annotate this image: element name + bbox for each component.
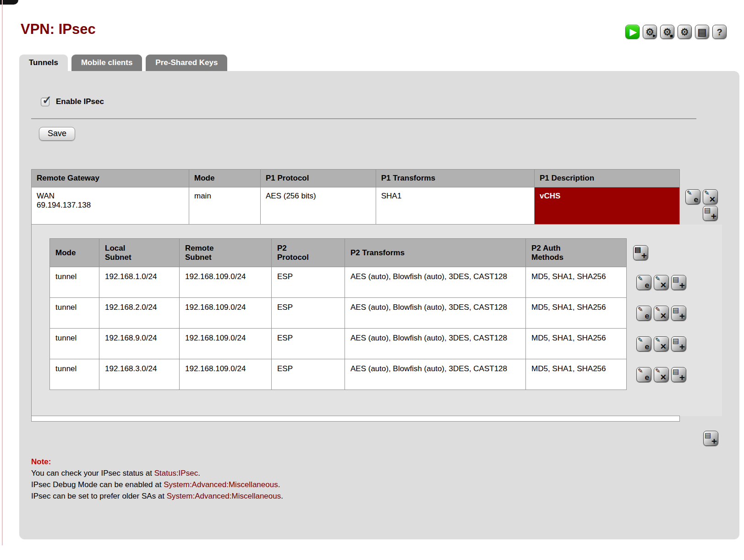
header-icons: ▶ ⚙ ▸ ⚙ ■ ⚙ ▤ ? xyxy=(625,25,727,39)
page-icon: ▤ xyxy=(705,431,711,439)
p1-transforms-cell: SHA1 xyxy=(376,187,535,225)
p2-transforms-cell: AES (auto), Blowfish (auto), 3DES, CAST1… xyxy=(345,267,526,298)
add-phase2-copy-icon[interactable]: ▤+ xyxy=(671,367,686,382)
col-p2-mode: Mode xyxy=(50,239,99,267)
pencil-icon: ✎ xyxy=(687,189,692,197)
phase2-header-actions: ▤ + xyxy=(627,239,695,267)
phase2-row: tunnel 192.168.1.0/24 192.168.109.0/24 E… xyxy=(50,267,695,298)
note-title: Note: xyxy=(31,456,739,467)
phase2-row-actions: ✎e✎✕▤+ xyxy=(627,359,695,390)
phase2-row: tunnel 192.168.3.0/24 192.168.109.0/24 E… xyxy=(50,359,695,390)
edit-phase2-icon[interactable]: ✎e xyxy=(636,275,651,290)
phase2-section-row: Mode Local Subnet Remote Subnet P2 Proto… xyxy=(32,225,722,416)
phase2-row: tunnel 192.168.9.0/24 192.168.109.0/24 E… xyxy=(50,329,695,359)
content-panel: ✓ Enable IPsec Save Remote Gateway Mode … xyxy=(19,71,739,539)
footer-actions xyxy=(680,416,722,422)
page-edge-line xyxy=(2,0,3,545)
p2-local-subnet-cell: 192.168.3.0/24 xyxy=(99,359,180,390)
col-local-subnet: Local Subnet xyxy=(99,239,180,267)
mode-cell: main xyxy=(189,187,261,225)
phase1-row: WAN 69.194.137.138 main AES (256 bits) S… xyxy=(32,187,722,225)
p2-mode-cell: tunnel xyxy=(50,267,99,298)
gateway-ip: 69.194.137.138 xyxy=(37,201,184,210)
p2-remote-subnet-cell: 192.168.109.0/24 xyxy=(180,329,272,359)
delete-phase2-icon[interactable]: ✎✕ xyxy=(654,367,669,382)
col-mode: Mode xyxy=(189,170,261,187)
delete-phase2-icon[interactable]: ✎✕ xyxy=(654,306,669,321)
page-icon: ▤ xyxy=(673,368,679,376)
tab-bar: Tunnels Mobile clients Pre-Shared Keys xyxy=(19,55,739,71)
pencil-icon: ✎ xyxy=(638,367,643,374)
log-icon[interactable]: ▤ xyxy=(695,25,709,39)
system-advanced-misc-link[interactable]: System:Advanced:Miscellaneous xyxy=(167,492,281,500)
phase2-row-actions: ✎e✎✕▤+ xyxy=(627,329,695,359)
p2-auth-methods-cell: MD5, SHA1, SHA256 xyxy=(526,298,627,329)
gateway-interface: WAN xyxy=(37,192,184,201)
page-icon: ▤ xyxy=(635,246,641,254)
phase1-table-footer-row xyxy=(32,416,722,422)
pencil-icon: ✎ xyxy=(638,336,643,344)
col-p2-transforms: P2 Transforms xyxy=(345,239,526,267)
p2-transforms-cell: AES (auto), Blowfish (auto), 3DES, CAST1… xyxy=(345,298,526,329)
p2-auth-methods-cell: MD5, SHA1, SHA256 xyxy=(526,359,627,390)
note-line: IPsec can be set to prefer older SAs at … xyxy=(31,490,739,502)
play-icon[interactable]: ▶ xyxy=(625,25,640,39)
pencil-icon: ✎ xyxy=(638,306,643,313)
col-p2-auth-methods: P2 Auth Methods xyxy=(526,239,627,267)
gear-stop-icon[interactable]: ⚙ ■ xyxy=(660,25,674,39)
add-phase1-row: ▤ + xyxy=(31,431,718,446)
p2-protocol-cell: ESP xyxy=(272,359,345,390)
page-icon: ▤ xyxy=(704,206,711,214)
gear-icon[interactable]: ⚙ xyxy=(678,25,692,39)
phase2-container: Mode Local Subnet Remote Subnet P2 Proto… xyxy=(32,225,722,416)
enable-ipsec-row: ✓ Enable IPsec xyxy=(41,96,739,107)
enable-ipsec-label: Enable IPsec xyxy=(56,97,104,106)
p2-auth-methods-cell: MD5, SHA1, SHA256 xyxy=(526,267,627,298)
add-phase2-entry-icon[interactable]: ▤ + xyxy=(633,245,648,260)
tab-pre-shared-keys[interactable]: Pre-Shared Keys xyxy=(146,55,227,71)
add-phase2-copy-icon[interactable]: ▤+ xyxy=(671,336,686,351)
note-line: IPsec Debug Mode can be enabled at Syste… xyxy=(31,479,739,490)
phase2-header-row: Mode Local Subnet Remote Subnet P2 Proto… xyxy=(50,239,695,267)
add-phase2-copy-icon[interactable]: ▤+ xyxy=(671,306,686,321)
phase1-header-actions xyxy=(680,170,722,187)
delete-phase2-icon[interactable]: ✎✕ xyxy=(654,275,669,290)
status-ipsec-link[interactable]: Status:IPsec xyxy=(154,469,198,478)
phase1-header-row: Remote Gateway Mode P1 Protocol P1 Trans… xyxy=(32,170,722,187)
enable-ipsec-checkbox[interactable]: ✓ xyxy=(41,98,49,106)
p2-remote-subnet-cell: 192.168.109.0/24 xyxy=(180,267,272,298)
add-phase2-icon[interactable]: ▤ + xyxy=(703,206,718,221)
delete-phase2-icon[interactable]: ✎✕ xyxy=(654,336,669,351)
tab-mobile-clients[interactable]: Mobile clients xyxy=(71,55,142,71)
tab-tunnels[interactable]: Tunnels xyxy=(19,55,68,71)
phase2-row: tunnel 192.168.2.0/24 192.168.109.0/24 E… xyxy=(50,298,695,329)
edit-phase2-icon[interactable]: ✎e xyxy=(636,367,651,382)
p1-description-cell[interactable]: vCHS xyxy=(535,187,680,225)
edit-phase2-icon[interactable]: ✎e xyxy=(636,336,651,351)
save-button[interactable]: Save xyxy=(39,127,75,141)
add-phase1-icon[interactable]: ▤ + xyxy=(703,431,718,446)
gear-start-icon[interactable]: ⚙ ▸ xyxy=(643,25,657,39)
add-phase2-copy-icon[interactable]: ▤+ xyxy=(671,275,686,290)
col-p2-protocol: P2 Protocol xyxy=(272,239,345,267)
phase1-actions: ✎ e ✎ ✕ ▤ + xyxy=(680,187,722,225)
remote-gateway-cell: WAN 69.194.137.138 xyxy=(32,187,189,225)
note-line: You can check your IPsec status at Statu… xyxy=(31,467,739,479)
delete-phase1-icon[interactable]: ✎ ✕ xyxy=(703,189,718,204)
p2-local-subnet-cell: 192.168.9.0/24 xyxy=(99,329,180,359)
p2-protocol-cell: ESP xyxy=(272,267,345,298)
pencil-icon: ✎ xyxy=(638,275,643,282)
p2-mode-cell: tunnel xyxy=(50,359,99,390)
help-icon[interactable]: ? xyxy=(712,25,727,39)
system-advanced-misc-link[interactable]: System:Advanced:Miscellaneous xyxy=(164,480,278,489)
p2-protocol-cell: ESP xyxy=(272,298,345,329)
phase2-table: Mode Local Subnet Remote Subnet P2 Proto… xyxy=(49,238,695,390)
phase1-table: Remote Gateway Mode P1 Protocol P1 Trans… xyxy=(31,169,722,422)
edit-phase1-icon[interactable]: ✎ e xyxy=(685,189,700,204)
edit-phase2-icon[interactable]: ✎e xyxy=(636,306,651,321)
p2-local-subnet-cell: 192.168.1.0/24 xyxy=(99,267,180,298)
col-p1-protocol: P1 Protocol xyxy=(261,170,376,187)
phase2-row-actions: ✎e✎✕▤+ xyxy=(627,267,695,298)
p2-protocol-cell: ESP xyxy=(272,329,345,359)
p2-transforms-cell: AES (auto), Blowfish (auto), 3DES, CAST1… xyxy=(345,359,526,390)
